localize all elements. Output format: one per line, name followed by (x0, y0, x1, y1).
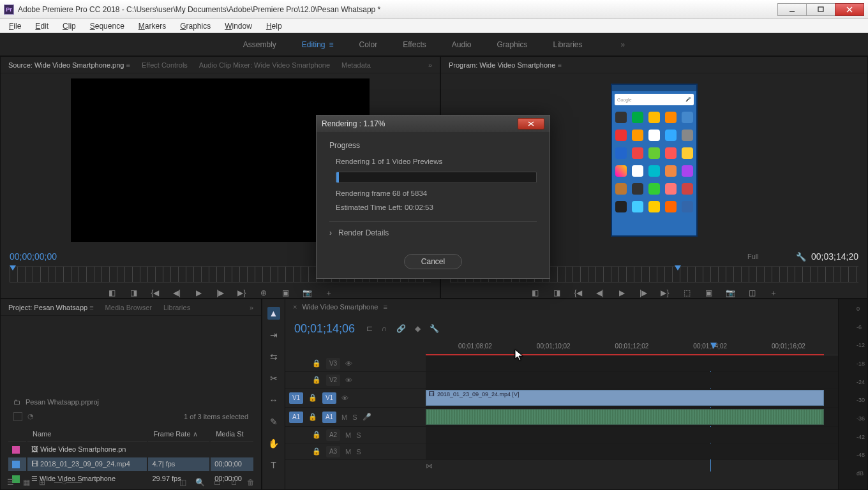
timeline-ruler[interactable]: 00;01;08;02 00;01;10;02 00;01;12;02 00;0… (426, 343, 838, 355)
video-clip[interactable]: 🎞2018_01_23_09_09_24.mp4 [V] (426, 390, 824, 406)
close-sequence-icon[interactable]: × (293, 303, 297, 311)
lock-icon[interactable]: 🔒 (312, 447, 321, 456)
slip-tool-icon[interactable]: ↔ (267, 394, 280, 406)
sequence-tab[interactable]: Wide Video Smartphone (302, 303, 378, 311)
workspace-assembly[interactable]: Assembly (243, 40, 276, 49)
selection-tool-icon[interactable]: ▲ (267, 307, 280, 320)
menu-edit[interactable]: Edit (29, 20, 55, 32)
window-minimize-button[interactable] (777, 3, 807, 16)
cancel-button[interactable]: Cancel (404, 254, 462, 269)
eye-icon[interactable]: 👁 (341, 394, 348, 402)
hand-tool-icon[interactable]: ✋ (267, 437, 280, 450)
mark-out-icon[interactable]: ◨ (551, 288, 562, 298)
mute-button[interactable]: M (345, 431, 351, 439)
track-target-button[interactable]: A3 (326, 446, 340, 457)
nest-icon[interactable]: ⊏ (366, 324, 373, 333)
play-icon[interactable]: ▶ (193, 288, 204, 298)
export-frame-icon[interactable]: 📷 (302, 288, 312, 298)
export-frame-icon[interactable]: 📷 (725, 288, 735, 298)
menu-graphics[interactable]: Graphics (174, 20, 217, 32)
filter-bin-icon[interactable]: ◔ (27, 412, 34, 420)
workspace-editing[interactable]: Editing (302, 40, 334, 49)
mark-in-icon[interactable]: ◧ (530, 288, 540, 298)
linked-selection-icon[interactable]: 🔗 (396, 324, 406, 333)
icon-view-icon[interactable]: ▦ (23, 478, 30, 487)
compare-icon[interactable]: ◫ (747, 288, 757, 298)
freeform-view-icon[interactable]: ⊞ (39, 478, 45, 487)
pen-tool-icon[interactable]: ✎ (267, 415, 280, 428)
panel-overflow-icon[interactable]: » (250, 304, 253, 311)
track-expand-icon[interactable]: ⋈ (426, 462, 433, 470)
eye-icon[interactable]: 👁 (345, 376, 352, 384)
dialog-titlebar[interactable]: Rendering : 1.17% (317, 115, 550, 132)
col-name[interactable]: Name (27, 427, 147, 442)
mark-out-icon[interactable]: ◨ (128, 288, 138, 298)
program-zoom-full[interactable]: Full (747, 253, 786, 260)
lock-icon[interactable]: 🔒 (308, 394, 317, 402)
tab-audio-mixer[interactable]: Audio Clip Mixer: Wide Video Smartphone (199, 61, 330, 69)
track-target-button[interactable]: V2 (326, 375, 340, 386)
menu-file[interactable]: File (3, 20, 27, 32)
workspace-color[interactable]: Color (359, 40, 378, 49)
mute-button[interactable]: M (345, 448, 351, 456)
step-back-icon[interactable]: ◀| (172, 288, 182, 298)
plus-icon[interactable]: ＋ (768, 288, 779, 298)
tab-effect-controls[interactable]: Effect Controls (142, 61, 188, 69)
workspace-graphics[interactable]: Graphics (497, 40, 527, 49)
track-target-button[interactable]: V1 (322, 392, 336, 404)
find-icon[interactable]: 🔍 (195, 478, 205, 487)
lock-icon[interactable]: 🔒 (312, 431, 321, 439)
snap-icon[interactable]: ∩ (382, 324, 387, 333)
program-settings-icon[interactable]: 🔧 (796, 252, 806, 262)
razor-tool-icon[interactable]: ✂ (267, 372, 280, 385)
plus-icon[interactable]: ＋ (324, 288, 334, 298)
lock-icon[interactable]: 🔒 (312, 359, 321, 368)
menu-window[interactable]: Window (218, 20, 258, 32)
step-fwd-icon[interactable]: |▶ (638, 288, 648, 298)
tab-libraries[interactable]: Libraries (163, 304, 190, 311)
search-input[interactable] (13, 412, 22, 421)
menu-sequence[interactable]: Sequence (84, 20, 131, 32)
track-select-tool-icon[interactable]: ⇥ (267, 329, 280, 341)
menu-clip[interactable]: Clip (56, 20, 82, 32)
source-patch-button[interactable]: V1 (289, 392, 303, 404)
mark-in-icon[interactable]: ◧ (107, 288, 117, 298)
menu-help[interactable]: Help (260, 20, 288, 32)
settings-icon[interactable]: 🔧 (430, 324, 439, 333)
go-in-icon[interactable]: {◀ (573, 288, 583, 298)
automate-icon[interactable]: ◫ (179, 478, 186, 487)
audio-clip[interactable] (426, 409, 824, 425)
voiceover-icon[interactable]: 🎤 (363, 413, 371, 421)
mute-button[interactable]: M (341, 413, 347, 421)
eye-icon[interactable]: 👁 (345, 360, 352, 368)
render-details-toggle[interactable]: › Render Details (329, 228, 537, 237)
program-timecode[interactable]: 00;03;14;20 (811, 251, 858, 262)
play-icon[interactable]: ▶ (617, 288, 627, 298)
program-viewer[interactable]: Google🎤 (611, 84, 698, 237)
solo-button[interactable]: S (356, 448, 361, 456)
audio-meter[interactable]: 0 -6 -12 -18 -24 -30 -36 -42 -48 dB (838, 299, 867, 489)
ripple-tool-icon[interactable]: ⇆ (267, 350, 280, 363)
tab-program[interactable]: Program: Wide Video Smartphone (449, 61, 562, 69)
solo-button[interactable]: S (356, 431, 361, 439)
go-in-icon[interactable]: {◀ (150, 288, 160, 298)
tab-metadata[interactable]: Metadata (341, 61, 371, 69)
go-out-icon[interactable]: ▶} (660, 288, 670, 298)
source-patch-button[interactable]: A1 (289, 412, 303, 423)
go-out-icon[interactable]: ▶} (237, 288, 247, 298)
project-item[interactable]: 🎞 2018_01_23_09_09_24.mp4 4.7| fps00;00;… (8, 457, 253, 471)
dialog-close-button[interactable] (518, 118, 544, 130)
marker-icon[interactable]: ◆ (415, 324, 421, 333)
workspace-overflow-icon[interactable]: » (620, 40, 625, 49)
new-bin-icon[interactable]: 🗀 (214, 478, 221, 487)
lift-icon[interactable]: ⬚ (682, 288, 692, 298)
panel-overflow-icon[interactable]: » (428, 61, 432, 69)
overwrite-icon[interactable]: ▣ (280, 288, 290, 298)
zoom-slider[interactable]: —○—— (54, 478, 82, 487)
menu-markers[interactable]: Markers (132, 20, 172, 32)
col-framerate[interactable]: Frame Rate ∧ (148, 427, 209, 442)
window-close-button[interactable] (835, 3, 864, 16)
workspace-effects[interactable]: Effects (403, 40, 426, 49)
col-media-start[interactable]: Media St (211, 427, 253, 442)
list-view-icon[interactable]: ☰ (7, 478, 14, 487)
